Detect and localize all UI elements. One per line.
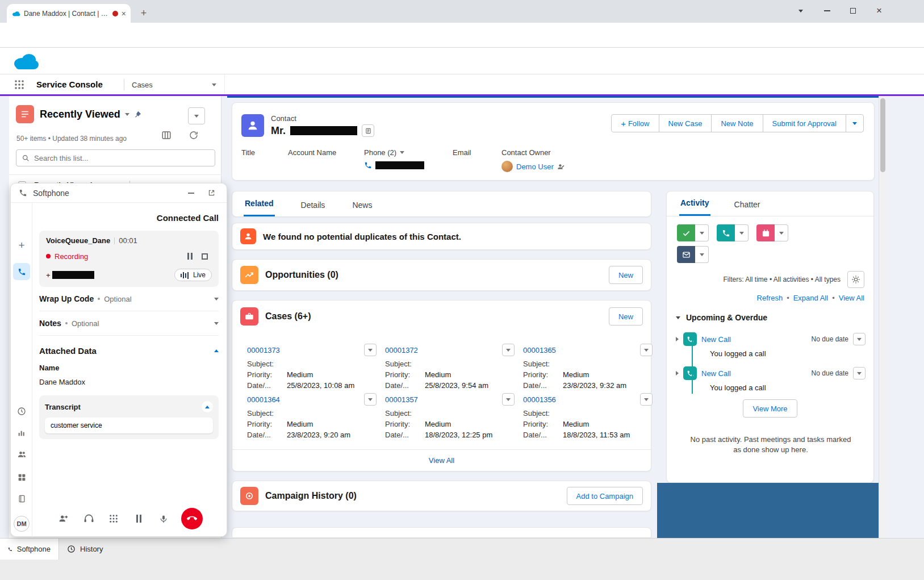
campaign-title[interactable]: Campaign History (0) [265,491,560,501]
activity-settings-button[interactable] [847,271,864,288]
expand-all-link[interactable]: Expand All [793,294,828,302]
submit-for-approval-button[interactable]: Submit for Approval [763,114,846,132]
tab-activity[interactable]: Activity [679,191,710,216]
window-minimize-button[interactable] [814,0,839,22]
new-case-button[interactable]: New Case [659,114,712,132]
apps-grid-icon[interactable] [13,469,30,486]
refresh-link[interactable]: Refresh [757,294,783,302]
section-collapse-icon[interactable] [676,316,680,319]
case-row-menu-button[interactable] [364,344,377,356]
chevron-down-icon[interactable] [214,298,219,301]
active-phone-icon[interactable] [13,263,30,280]
scrollbar-thumb[interactable] [880,98,885,172]
new-note-button[interactable]: New Note [711,114,763,132]
activity-title-link[interactable]: New Call [701,369,807,378]
window-close-button[interactable]: × [867,0,892,22]
vertical-scrollbar[interactable] [879,96,886,538]
expand-chevron-icon[interactable] [676,371,679,375]
app-launcher-icon[interactable] [14,80,24,90]
tab-close-icon[interactable]: × [122,9,126,18]
tab-details[interactable]: Details [300,194,327,216]
case-row-menu-button[interactable] [502,344,515,356]
case-number-link[interactable]: 00001357 [385,395,418,404]
view-more-button[interactable]: View More [743,399,797,418]
cases-view-all-link[interactable]: View All [429,456,454,465]
transcript-collapse-icon[interactable] [202,401,213,412]
cases-title[interactable]: Cases (6+) [265,311,602,322]
transfer-call-icon[interactable] [56,511,71,526]
call-history-icon[interactable] [13,403,30,420]
dialpad-icon[interactable] [106,511,121,526]
list-title-dropdown-icon[interactable] [125,113,129,116]
chevron-down-icon[interactable] [214,322,219,325]
display-as-icon[interactable] [161,130,172,140]
nav-tab-dropdown-icon[interactable] [212,84,216,86]
case-row-menu-button[interactable] [502,393,515,406]
utility-history-tab[interactable]: History [59,539,111,560]
new-task-dropdown[interactable] [695,224,709,241]
change-owner-icon[interactable] [557,163,565,170]
end-call-button[interactable] [181,508,203,529]
new-opportunity-button[interactable]: New [609,266,643,284]
expand-chevron-icon[interactable] [676,337,679,341]
upcoming-overdue-section[interactable]: Upcoming & Overdue [676,313,767,322]
tab-news[interactable]: News [351,194,373,216]
hold-call-icon[interactable] [131,511,146,526]
case-number-link[interactable]: 00001364 [247,395,280,404]
case-row-menu-button[interactable] [640,393,653,406]
popout-softphone-icon[interactable] [204,186,219,201]
case-number-link[interactable]: 00001373 [247,346,280,354]
log-call-icon[interactable] [717,224,735,241]
browser-tab[interactable]: Dane Maddox | Contact | Sal × [7,4,131,23]
chevron-up-icon[interactable] [214,349,219,352]
refresh-list-icon[interactable] [189,130,199,140]
stop-recording-icon[interactable] [197,249,212,264]
view-all-link[interactable]: View All [839,294,864,302]
opportunities-title[interactable]: Opportunities (0) [265,270,602,280]
list-search[interactable] [16,149,215,166]
activity-row-menu-button[interactable] [853,333,866,345]
email-dropdown[interactable] [695,246,709,263]
new-event-icon[interactable] [756,224,775,241]
tab-search-button[interactable] [788,0,813,22]
transcript-input[interactable] [45,418,213,433]
live-transcription-badge[interactable]: Live [174,269,212,281]
window-maximize-button[interactable] [841,0,866,22]
mute-mic-icon[interactable] [156,511,171,526]
utility-softphone-tab[interactable]: Softphone [0,539,59,560]
attached-data-header[interactable]: Attached Data [39,346,219,356]
notes-row[interactable]: Notes Optional [39,311,219,336]
nav-tab-cases[interactable]: Cases [124,74,225,95]
activity-row-menu-button[interactable] [853,367,866,379]
case-number-link[interactable]: 00001372 [385,346,418,354]
phone-icon[interactable] [364,161,372,169]
more-actions-button[interactable] [846,114,864,132]
tab-chatter[interactable]: Chatter [733,193,762,216]
contacts-icon[interactable] [13,446,30,463]
new-case-related-button[interactable]: New [609,307,643,326]
agent-avatar[interactable]: DM [13,515,30,532]
email-icon[interactable] [677,246,695,263]
tab-related[interactable]: Related [244,192,275,216]
follow-button[interactable]: +Follow [611,114,659,132]
new-tab-button[interactable]: + [135,5,152,22]
minimize-softphone-icon[interactable] [183,186,198,201]
log-call-dropdown[interactable] [735,224,749,241]
list-search-input[interactable] [34,154,209,162]
add-to-campaign-button[interactable]: Add to Campaign [567,487,643,505]
pin-icon[interactable] [134,111,141,118]
case-number-link[interactable]: 00001365 [523,346,556,354]
case-row-menu-button[interactable] [364,393,377,406]
activity-title-link[interactable]: New Call [701,335,807,344]
case-number-link[interactable]: 00001356 [523,395,556,404]
list-actions-dropdown-button[interactable] [188,107,205,124]
notebook-icon[interactable] [13,490,30,507]
new-task-icon[interactable] [677,224,695,241]
phone-dropdown-icon[interactable] [400,151,404,154]
case-row-menu-button[interactable] [640,344,653,356]
record-info-button[interactable] [362,124,374,137]
analytics-icon[interactable] [13,424,30,441]
pause-recording-icon[interactable] [182,249,197,264]
new-event-dropdown[interactable] [775,224,788,241]
agent-headset-icon[interactable] [81,511,96,526]
